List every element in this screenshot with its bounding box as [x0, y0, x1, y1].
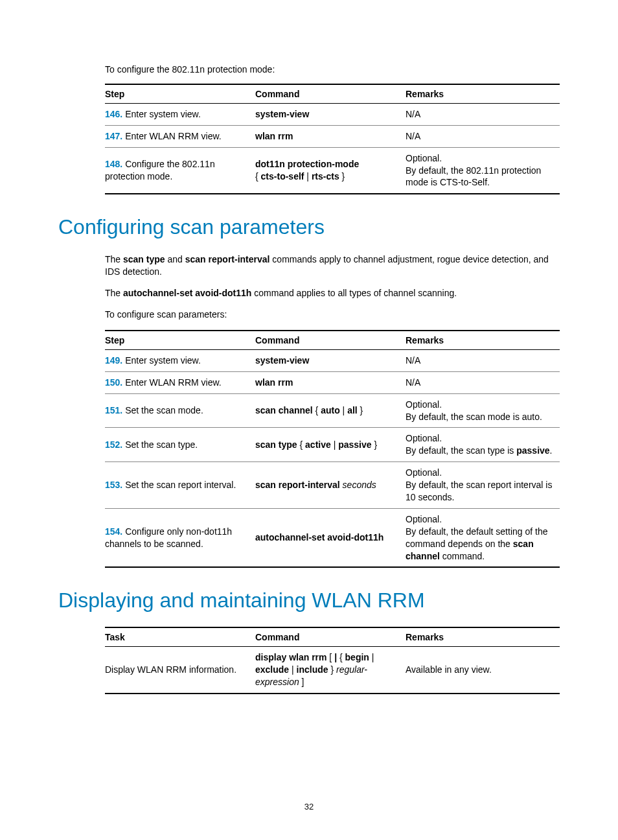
- table-row: 150. Enter WLAN RRM view.wlan rrmN/A: [105, 371, 560, 393]
- table-row: 147. Enter WLAN RRM view.wlan rrmN/A: [105, 125, 560, 147]
- table-row: 151. Set the scan mode.scan channel { au…: [105, 393, 560, 428]
- table-row: 152. Set the scan type.scan type { activ…: [105, 428, 560, 462]
- heading-display-rrm: Displaying and maintaining WLAN RRM: [58, 589, 560, 612]
- table3-body: Display WLAN RRM information.display wla…: [105, 647, 560, 694]
- th-command: Command: [255, 627, 406, 647]
- heading-scan-params: Configuring scan parameters: [58, 215, 560, 239]
- table2-body: 149. Enter system view.system-viewN/A150…: [105, 349, 560, 567]
- table-scan-params: Step Command Remarks 149. Enter system v…: [105, 330, 560, 568]
- table-row: 153. Set the scan report interval.scan r…: [105, 462, 560, 509]
- table-row: Display WLAN RRM information.display wla…: [105, 647, 560, 694]
- th-step: Step: [105, 84, 255, 104]
- table-row: 154. Configure only non-dot11h channels …: [105, 508, 560, 567]
- table-display-rrm: Task Command Remarks Display WLAN RRM in…: [105, 627, 560, 694]
- page-number: 32: [0, 802, 618, 811]
- table-protection-mode: Step Command Remarks 146. Enter system v…: [105, 84, 560, 194]
- th-remarks: Remarks: [406, 331, 560, 350]
- para-scan-3: To configure scan parameters:: [105, 309, 560, 321]
- th-remarks: Remarks: [406, 84, 560, 104]
- th-command: Command: [255, 331, 406, 350]
- th-command: Command: [255, 84, 406, 104]
- th-task: Task: [105, 627, 255, 647]
- table-row: 146. Enter system view.system-viewN/A: [105, 103, 560, 125]
- para-scan-2: The autochannel-set avoid-dot11h command…: [105, 287, 560, 299]
- table-row: 149. Enter system view.system-viewN/A: [105, 349, 560, 371]
- th-step: Step: [105, 331, 255, 350]
- table-row: 148. Configure the 802.11n protection mo…: [105, 147, 560, 194]
- th-remarks: Remarks: [406, 627, 560, 647]
- para-scan-1: The scan type and scan report-interval c…: [105, 253, 560, 278]
- intro-text: To configure the 802.11n protection mode…: [105, 64, 560, 76]
- table1-body: 146. Enter system view.system-viewN/A147…: [105, 103, 560, 194]
